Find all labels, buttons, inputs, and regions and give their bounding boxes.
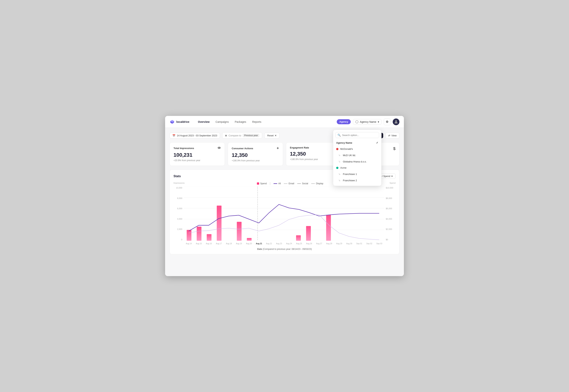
dropdown-item-franchisee2[interactable]: ↳ Franchisee 2 bbox=[333, 177, 381, 183]
metric-value-actions: 12,350 bbox=[232, 152, 279, 158]
chevron-down-icon: ▾ bbox=[378, 120, 379, 123]
agency-badge[interactable]: Agency bbox=[337, 119, 351, 124]
metric-change-actions: +180.9% from previous year bbox=[232, 159, 279, 162]
x-label-aug18: Aug 18 bbox=[224, 243, 234, 245]
plus-icon: ⊕ bbox=[225, 134, 227, 137]
sub-arrow-icon: ↳ bbox=[338, 179, 341, 182]
y-axis-spend-label: Spend bbox=[389, 182, 395, 184]
metric-value-engagement: 12,350 bbox=[290, 151, 337, 157]
svg-rect-9 bbox=[197, 226, 201, 241]
view-label: View bbox=[391, 134, 397, 137]
legend-all: All bbox=[273, 182, 281, 185]
x-label-aug25: Aug 25 bbox=[294, 243, 304, 245]
compare-filter[interactable]: ⊕ Compare to Previous year bbox=[222, 132, 262, 139]
dropdown-item-label: Franchisee 1 bbox=[343, 173, 357, 176]
legend-line-all bbox=[273, 183, 277, 184]
x-label-aug14: Aug 14 bbox=[184, 243, 194, 245]
x-label-aug22: Aug 22 bbox=[264, 243, 274, 245]
metric-value-impressions: 100,231 bbox=[174, 152, 221, 158]
legend-spend: Spend bbox=[257, 182, 267, 185]
legend-line-display bbox=[311, 183, 315, 184]
svg-rect-12 bbox=[237, 222, 241, 241]
nav-campaigns[interactable]: Campaigns bbox=[213, 119, 231, 125]
svg-rect-14 bbox=[296, 235, 301, 241]
dropdown-item-mcd-uk[interactable]: ↳ McD UK ltd. bbox=[333, 152, 381, 158]
legend-display: Display bbox=[311, 182, 323, 185]
stats-title: Stats bbox=[174, 175, 181, 178]
x-label-aug19: Aug 19 bbox=[234, 243, 244, 245]
nav-reports[interactable]: Reports bbox=[250, 119, 264, 125]
x-label-aug26: Aug 26 bbox=[304, 243, 314, 245]
sub-arrow-icon: ↳ bbox=[338, 172, 341, 176]
search-icon: 🔍 bbox=[337, 134, 341, 137]
svg-point-0 bbox=[395, 120, 397, 122]
gear-button[interactable]: ⚙ bbox=[384, 118, 390, 125]
chart-svg-wrapper bbox=[184, 187, 384, 241]
legend-sep: | bbox=[270, 182, 270, 185]
dollar-icon: $ bbox=[393, 146, 395, 151]
x-label-sep01: Sep 01 bbox=[354, 243, 364, 245]
svg-rect-13 bbox=[247, 238, 252, 241]
x-label-sep03: Sep 03 bbox=[374, 243, 384, 245]
x-label-aug16: Aug 16 bbox=[204, 243, 214, 245]
x-label-aug20: Aug 20 bbox=[244, 243, 254, 245]
metric-change-impressions: +20.9% from previous year bbox=[174, 159, 221, 162]
svg-rect-10 bbox=[207, 234, 211, 241]
cursor-icon: ✦ bbox=[276, 146, 279, 150]
dropdown-item-label: Globalna Hrana d.o.o. bbox=[343, 160, 367, 163]
dropdown-item-mcdonalds[interactable]: McDonald's bbox=[333, 146, 381, 152]
chart-footer: Date (Compared to previous year: 08/14/2… bbox=[174, 248, 395, 250]
sub-arrow-icon: ↳ bbox=[338, 154, 341, 157]
compare-value: Previous year bbox=[243, 134, 259, 137]
legend-social: Social bbox=[297, 182, 308, 185]
dropdown-search-input[interactable] bbox=[342, 134, 377, 137]
x-label-aug27: Aug 27 bbox=[314, 243, 324, 245]
avatar[interactable] bbox=[393, 118, 399, 125]
reset-label: Reset bbox=[267, 134, 273, 137]
dropdown-item-franchisee1[interactable]: ↳ Franchisee 1 bbox=[333, 171, 381, 177]
date-filter[interactable]: 📅 14 August 2023 - 03 September 2023 bbox=[170, 133, 220, 139]
legend-line-email bbox=[284, 183, 287, 184]
logo-text: localdrive bbox=[176, 120, 189, 123]
agency-selector[interactable]: Agency Name ▾ bbox=[353, 119, 382, 125]
nav-overview[interactable]: Overview bbox=[195, 119, 212, 125]
chart-container: 10,000 8,000 6,000 4,000 2,000 0 $10,000… bbox=[174, 187, 395, 246]
dropdown-item-agency-name[interactable]: Agency Name ✓ bbox=[333, 140, 381, 146]
logo-icon bbox=[170, 119, 175, 125]
chart-footer-bold: Date bbox=[257, 248, 262, 250]
nav-packages[interactable]: Packages bbox=[232, 119, 249, 125]
dropdown-item-acme[interactable]: Acme bbox=[333, 165, 381, 171]
app-window: localdrive Overview Campaigns Packages R… bbox=[165, 116, 404, 276]
gear-icon: ⚙ bbox=[386, 120, 389, 124]
y-labels-left: 10,000 8,000 6,000 4,000 2,000 0 bbox=[174, 187, 184, 241]
agency-selector-label: Agency Name bbox=[360, 120, 376, 123]
chart-footer-text: (Compared to previous year: 08/14/23 - 0… bbox=[263, 248, 312, 250]
x-label-aug17: Aug 17 bbox=[214, 243, 224, 245]
view-button[interactable]: ⇄ View bbox=[385, 133, 399, 139]
dropdown-item-label: Acme bbox=[340, 166, 346, 169]
x-label-aug29: Aug 29 bbox=[334, 243, 344, 245]
svg-rect-16 bbox=[326, 215, 331, 241]
x-label-aug15: Aug 15 bbox=[194, 243, 204, 245]
x-label-aug21: Aug 21 bbox=[254, 243, 264, 245]
legend-email: Email bbox=[284, 182, 294, 185]
check-icon: ✓ bbox=[376, 141, 378, 144]
main-nav: Overview Campaigns Packages Reports bbox=[195, 119, 337, 125]
y-labels-right: $10,000 $8,000 $6,000 $4,000 $2,000 $0 bbox=[384, 187, 395, 241]
chart-svg bbox=[184, 187, 384, 241]
x-label-aug23: Aug 23 bbox=[274, 243, 284, 245]
metric-title-impressions: Total Impressions 👁 bbox=[174, 146, 221, 150]
dropdown-item-label: McD UK ltd. bbox=[343, 154, 356, 157]
dropdown-item-globalna[interactable]: ↳ Globalna Hrana d.o.o. bbox=[333, 158, 381, 165]
reset-button[interactable]: Reset ✕ bbox=[264, 133, 280, 139]
circle-icon bbox=[355, 120, 358, 123]
date-range-label: 14 August 2023 - 03 September 2023 bbox=[177, 134, 217, 137]
dropdown-search-box[interactable]: 🔍 bbox=[335, 132, 379, 138]
chevron-icon: ▾ bbox=[391, 175, 393, 178]
y-axis-impressions-label: Impressions bbox=[174, 182, 184, 184]
metric-card-actions: Consumer Actions ✦ 12,350 +180.9% from p… bbox=[228, 142, 283, 166]
sub-arrow-icon: ↳ bbox=[338, 160, 341, 163]
svg-rect-11 bbox=[217, 206, 222, 241]
dropdown-item-label: McDonald's bbox=[340, 148, 353, 150]
logo: localdrive bbox=[170, 119, 189, 125]
